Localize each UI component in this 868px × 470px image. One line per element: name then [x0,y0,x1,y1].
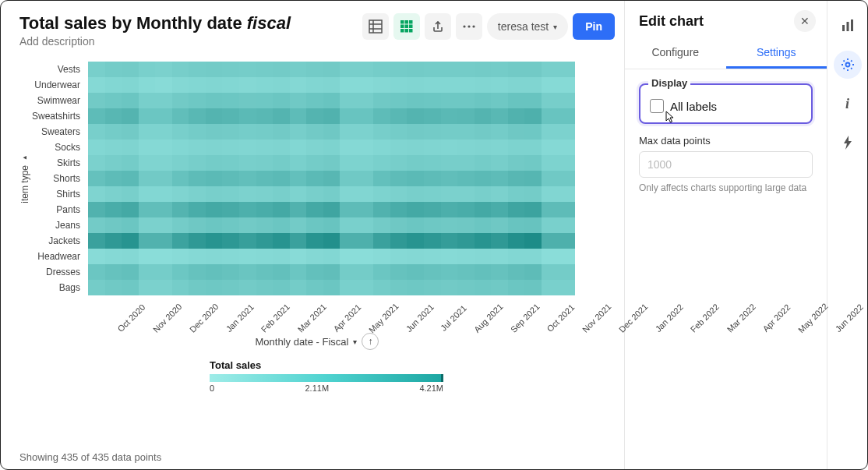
heatmap-cell[interactable] [357,77,374,93]
heatmap-cell[interactable] [475,108,492,124]
heatmap-cell[interactable] [390,186,408,202]
max-data-input[interactable] [639,151,813,178]
heatmap-cell[interactable] [222,124,239,140]
heatmap-cell[interactable] [558,217,575,233]
heatmap-cell[interactable] [239,93,256,108]
heatmap-cell[interactable] [457,249,475,264]
heatmap-cell[interactable] [475,249,492,264]
heatmap-cell[interactable] [390,93,408,108]
heatmap-cell[interactable] [222,264,239,280]
heatmap-cell[interactable] [340,140,357,155]
heatmap-cell[interactable] [424,155,441,171]
heatmap-cell[interactable] [357,264,374,280]
heatmap-cell[interactable] [491,62,508,77]
heatmap-cell[interactable] [457,171,475,186]
heatmap-cell[interactable] [139,155,156,171]
heatmap-cell[interactable] [172,171,189,186]
heatmap-cell[interactable] [424,186,441,202]
heatmap-cell[interactable] [475,233,492,249]
heatmap-cell[interactable] [189,202,206,217]
heatmap-cell[interactable] [542,93,559,108]
heatmap-cell[interactable] [441,202,458,217]
heatmap-cell[interactable] [139,140,156,155]
heatmap-cell[interactable] [189,171,206,186]
heatmap-cell[interactable] [155,264,172,280]
heatmap-cell[interactable] [340,233,357,249]
heatmap-cell[interactable] [105,93,122,108]
heatmap-cell[interactable] [239,140,256,155]
heatmap-cell[interactable] [524,93,542,108]
heatmap-cell[interactable] [323,77,340,93]
heatmap-cell[interactable] [558,93,575,108]
heatmap-cell[interactable] [323,93,340,108]
heatmap-cell[interactable] [256,202,273,217]
heatmap-cell[interactable] [155,171,172,186]
sort-button[interactable]: ↑ [362,333,379,350]
heatmap-cell[interactable] [407,155,424,171]
heatmap-cell[interactable] [457,77,475,93]
heatmap-cell[interactable] [273,62,290,77]
heatmap-cell[interactable] [189,249,206,264]
heatmap-cell[interactable] [424,249,441,264]
heatmap-cell[interactable] [273,233,290,249]
heatmap-cell[interactable] [424,233,441,249]
heatmap-cell[interactable] [542,77,559,93]
heatmap-cell[interactable] [441,249,458,264]
heatmap-cell[interactable] [222,93,239,108]
heatmap-cell[interactable] [122,77,139,93]
heatmap-cell[interactable] [407,171,424,186]
heatmap-cell[interactable] [105,77,122,93]
heatmap-cell[interactable] [189,186,206,202]
heatmap-cell[interactable] [222,202,239,217]
heatmap-cell[interactable] [340,264,357,280]
heatmap-cell[interactable] [508,62,525,77]
heatmap-cell[interactable] [558,171,575,186]
heatmap-cell[interactable] [542,124,559,140]
heatmap-cell[interactable] [172,108,189,124]
heatmap-cell[interactable] [357,124,374,140]
heatmap-cell[interactable] [122,93,139,108]
heatmap-cell[interactable] [323,264,340,280]
heatmap-cell[interactable] [222,249,239,264]
heatmap-cell[interactable] [373,186,390,202]
heatmap-cell[interactable] [491,217,508,233]
heatmap-cell[interactable] [206,108,223,124]
heatmap-cell[interactable] [441,108,458,124]
heatmap-cell[interactable] [508,124,525,140]
heatmap-cell[interactable] [105,124,122,140]
heatmap-cell[interactable] [323,217,340,233]
heatmap-cell[interactable] [222,233,239,249]
heatmap-cell[interactable] [542,280,559,295]
heatmap-cell[interactable] [340,62,357,77]
heatmap-cell[interactable] [524,186,542,202]
heatmap-cell[interactable] [172,249,189,264]
heatmap-cell[interactable] [290,155,307,171]
heatmap-cell[interactable] [558,186,575,202]
heatmap-cell[interactable] [323,233,340,249]
heatmap-cell[interactable] [340,108,357,124]
heatmap-cell[interactable] [222,171,239,186]
heatmap-cell[interactable] [155,77,172,93]
heatmap-cell[interactable] [508,171,525,186]
heatmap-cell[interactable] [373,202,390,217]
settings-rail-icon[interactable] [834,51,862,79]
heatmap-cell[interactable] [222,186,239,202]
heatmap-cell[interactable] [189,155,206,171]
heatmap-cell[interactable] [542,233,559,249]
heatmap-cell[interactable] [407,280,424,295]
heatmap-cell[interactable] [441,186,458,202]
heatmap-cell[interactable] [357,62,374,77]
heatmap-cell[interactable] [373,124,390,140]
heatmap-cell[interactable] [390,155,408,171]
heatmap-cell[interactable] [88,280,105,295]
heatmap-cell[interactable] [256,264,273,280]
heatmap-cell[interactable] [542,264,559,280]
heatmap-cell[interactable] [558,108,575,124]
heatmap-cell[interactable] [475,124,492,140]
heatmap-cell[interactable] [508,264,525,280]
heatmap-cell[interactable] [189,108,206,124]
heatmap-cell[interactable] [558,140,575,155]
heatmap-cell[interactable] [340,186,357,202]
heatmap-cell[interactable] [558,77,575,93]
heatmap-cell[interactable] [239,155,256,171]
